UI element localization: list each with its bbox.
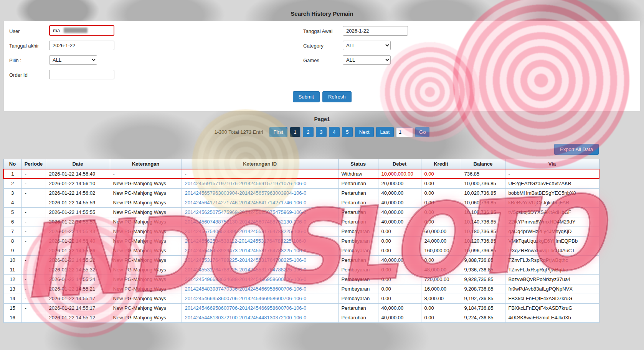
table-row: 6-2026-01-22 14:55:50New PG-Mahjong Ways… [3,217,599,227]
cell-periode: - [21,169,46,179]
cell-status: Pertaruhan [338,303,378,313]
keterangan-id-link[interactable]: 2014245657963003904-2014245657963003904-… [185,190,307,196]
cell-debet: 40,000.00 [378,303,421,313]
cell-kredit: 0.00 [421,255,461,265]
go-button[interactable]: Go [415,127,429,137]
cell-keterangan-id: 2014245625075475969-2014245625075475969-… [182,207,338,217]
cell-no: 16 [3,313,21,322]
cell-keterangan-id: 2014245641714271746-2014245641714271746-… [182,198,338,207]
submit-button[interactable]: Submit [293,91,320,102]
goto-page-input[interactable] [396,127,413,137]
keterangan-id-link[interactable]: 2014245607488752130-2014245607488752130-… [185,219,307,225]
keterangan-id-link[interactable]: 2014245466958600706-2014245466958600706-… [185,296,307,301]
export-all-data-button[interactable]: Export All Data [554,144,599,155]
column-header: Periode [21,159,46,169]
category-select[interactable]: ALL [343,41,391,50]
cell-kredit: 0.00 [421,217,461,227]
cell-periode: - [21,207,46,217]
table-row: 4-2026-01-22 14:55:59New PG-Mahjong Ways… [3,198,599,207]
cell-no: 3 [3,188,21,198]
cell-via: FBXkcLFnEQtF4xASD7kruG [505,294,599,303]
keterangan-id-link[interactable]: 2014245575406523395-2014245531764788225-… [185,228,307,234]
keterangan-id-link[interactable]: 2014245466958600706-2014245466958600706-… [185,305,307,311]
keterangan-id-link[interactable]: 2014245691571971076-2014245691571971076-… [185,181,307,186]
page-button-1[interactable]: 1 [290,127,301,137]
keterangan-id-link[interactable]: 2014245483987470336-2014245466958600706-… [185,286,307,292]
cell-periode: - [21,236,46,246]
cell-keterangan: New PG-Mahjong Ways [110,246,182,255]
page-button-5[interactable]: 5 [342,127,353,137]
keterangan-id-link[interactable]: 2014245448130372100-2014245448130372100-… [185,315,307,320]
cell-keterangan-id: 2014245531764788225-2014245531764788225-… [182,265,338,274]
cell-via: TZnvFLJxRspRqPtjwBqthc [505,265,599,274]
cell-no: 1 [3,169,21,179]
keterangan-id-link[interactable]: 2014245531764788225-2014245531764788225-… [185,267,307,273]
order-id-input[interactable] [49,70,114,79]
cell-debet: 0.00 [378,274,421,284]
history-table: NoPeriodeDateKeteranganKeterangan IDStat… [3,159,599,323]
cell-periode: - [21,255,46,265]
entries-total: 1-300 Total 1273 Entri [215,129,263,135]
cell-kredit: 0.00 [421,169,461,179]
keterangan-id-link[interactable]: 2014245641714271746-2014245641714271746-… [185,200,307,205]
table-row: 14-2026-01-22 14:55:17New PG-Mahjong Way… [3,294,599,303]
table-row: 9-2026-01-22 14:55:36New PG-Mahjong Ways… [3,246,599,255]
page-button-3[interactable]: 3 [316,127,327,137]
user-input-wrap [49,25,114,36]
column-header: Kredit [421,159,461,169]
cell-kredit: 0.00 [421,179,461,188]
cell-debet: 0.00 [378,284,421,294]
cell-balance: 10,020,736.85 [461,188,505,198]
cell-no: 10 [3,255,21,265]
cell-no: 11 [3,265,21,274]
cell-keterangan: New PG-Mahjong Ways [110,255,182,265]
cell-status: Pembayaran [338,284,378,294]
page-button-4[interactable]: 4 [329,127,340,137]
cell-kredit: 0.00 [421,207,461,217]
cell-status: Pertaruhan [338,313,378,322]
cell-periode: - [21,294,46,303]
keterangan-id-link[interactable]: 2014245496683634688-2014245466958600706-… [185,276,307,282]
cell-periode: - [21,246,46,255]
first-page-button[interactable]: First [269,127,287,137]
cell-no: 8 [3,236,21,246]
tanggal-awal-input[interactable] [343,26,408,36]
pilih-select[interactable]: ALL [49,55,97,65]
cell-periode: - [21,284,46,294]
keterangan-id-link[interactable]: 2014245531764788225-2014245531764788225-… [185,257,307,263]
tanggal-akhir-label: Tanggal akhir [9,43,39,49]
cell-via: TZnvFLJxRspRqPtjwBqthc [505,255,599,265]
column-header: Keterangan [110,159,182,169]
cell-balance: 9,928,736.85 [461,274,505,284]
next-page-button[interactable]: Next [355,127,374,137]
cell-balance: 9,936,736.85 [461,265,505,274]
refresh-button[interactable]: Refresh [322,91,352,102]
cell-keterangan: New PG-Mahjong Ways [110,265,182,274]
cell-keterangan-id: 2014245657963003904-2014245657963003904-… [182,188,338,198]
page-button-2[interactable]: 2 [303,127,314,137]
cell-date: 2026-01-22 14:55:17 [46,294,110,303]
keterangan-id-link[interactable]: 2014245625075475969-2014245625075475969-… [185,209,307,215]
cell-no: 13 [3,284,21,294]
cell-no: 4 [3,198,21,207]
cell-kredit: 0.00 [421,313,461,322]
keterangan-id-link[interactable]: 2014245548453929473-2014245531764788225-… [185,248,307,253]
table-row: 12-2026-01-22 14:55:24New PG-Mahjong Way… [3,274,599,284]
cell-balance: 10,180,736.85 [461,227,505,236]
games-select[interactable]: ALL [343,55,391,65]
column-header: Debet [378,159,421,169]
table-header-row: NoPeriodeDateKeteranganKeterangan IDStat… [3,159,599,169]
cell-status: Pertaruhan [338,255,378,265]
cell-keterangan-id: 2014245483987470336-2014245466958600706-… [182,284,338,294]
table-body: 1-2026-01-22 14:56:49--Withdraw10,000,00… [3,169,599,322]
cell-status: Pembayaran [338,246,378,255]
redaction-blur [64,28,88,33]
cell-keterangan-id: 2014245466958600706-2014245466958600706-… [182,294,338,303]
page-buttons: 12345 [290,127,353,137]
cell-keterangan: - [110,169,182,179]
keterangan-id-link[interactable]: 2014245562584538112-2014245531764788225-… [185,238,306,244]
cell-keterangan: New PG-Mahjong Ways [110,284,182,294]
tanggal-akhir-input[interactable] [49,41,114,50]
last-page-button[interactable]: Last [376,127,394,137]
cell-no: 12 [3,274,21,284]
